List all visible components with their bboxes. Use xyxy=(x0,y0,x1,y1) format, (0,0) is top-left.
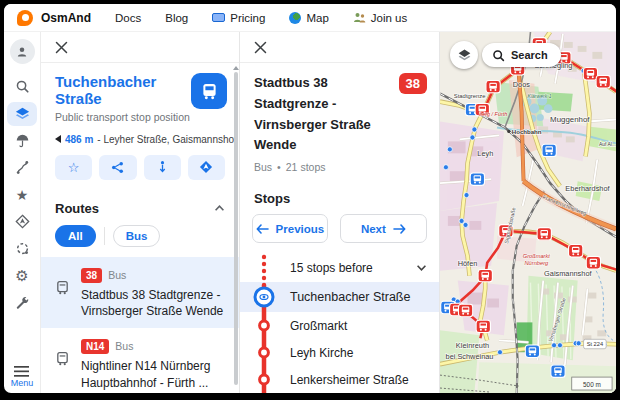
scrollbar[interactable] xyxy=(233,66,238,389)
routes-section-header[interactable]: Routes xyxy=(41,192,239,225)
map-label-grossmarkt-2: Nürnberg xyxy=(525,260,550,266)
direction-arrow-icon xyxy=(55,135,61,143)
scrollbar-thumb[interactable] xyxy=(234,72,238,385)
route-type: Bus xyxy=(115,340,133,352)
next-button[interactable]: Next xyxy=(340,214,427,243)
bus-stop-marker-red xyxy=(486,80,500,93)
stops-list: 15 stops before Tuchenbacher Straße Groß… xyxy=(240,254,439,393)
bus-stop-marker-red xyxy=(458,304,472,317)
globe-icon xyxy=(289,12,301,24)
route-type: Bus xyxy=(254,161,272,173)
stop-row[interactable]: Lenkersheimer Straße xyxy=(240,366,439,393)
search-icon xyxy=(492,49,505,62)
navigate-button[interactable] xyxy=(188,155,225,180)
bus-stop-marker-red xyxy=(586,256,600,269)
bus-stop-marker-blue xyxy=(525,345,539,358)
current-stop-row[interactable]: Tuchenbacher Straße xyxy=(240,282,439,312)
navigation-diamond-icon xyxy=(15,214,30,229)
stop-row[interactable]: Leyh Kirche xyxy=(240,339,439,366)
navigation-button[interactable] xyxy=(7,208,37,235)
layers-icon xyxy=(14,106,31,122)
map-label-gaismannshof: Gaismannshof xyxy=(544,269,592,278)
bus-icon xyxy=(200,82,219,101)
map-label-hochbahn: Hochbahn xyxy=(512,128,542,135)
wrench-icon xyxy=(15,295,30,310)
share-button[interactable] xyxy=(99,155,136,180)
filter-bus-chip[interactable]: Bus xyxy=(113,225,161,247)
route-title: Stadtbus 38 Stadtgrenze - Virnsberger St… xyxy=(254,73,399,156)
map-label-schweinau: bei Schweinau xyxy=(446,352,494,361)
map-canvas[interactable]: Stadtgrenze Doos Schniegling Muggenhof K… xyxy=(440,32,616,393)
distance-row: 486 m - Leyher Straße, Gaismannshof xyxy=(41,123,239,145)
stop-title-block: Tuchenbacher Straße Public transport sto… xyxy=(41,63,239,123)
stop-pager: Previous Next xyxy=(240,214,439,247)
route-item-38[interactable]: 38Bus Stadtbus 38 Stadtgrenze - Virnsber… xyxy=(41,257,239,329)
route-title-block: Stadtbus 38 Stadtgrenze - Virnsberger St… xyxy=(240,63,439,156)
favorite-button[interactable]: ☆ xyxy=(55,155,92,180)
bus-stop-marker-red xyxy=(583,68,597,81)
filter-all-chip[interactable]: All xyxy=(55,225,96,247)
map-label-klaerwerk: Klärwerk 1 xyxy=(528,93,552,99)
star-outline-icon: ☆ xyxy=(68,161,80,174)
hamburger-icon xyxy=(14,366,29,377)
bus-stop-marker-red xyxy=(478,269,492,282)
nav-map[interactable]: Map xyxy=(289,12,328,24)
icon-rail: ★ ⚙ xyxy=(4,32,41,393)
stop-panel: Tuchenbacher Straße Public transport sto… xyxy=(41,32,240,393)
search-icon xyxy=(15,79,30,94)
brand-name: OsmAnd xyxy=(41,11,91,25)
previous-button[interactable]: Previous xyxy=(252,214,328,243)
brand[interactable]: OsmAnd xyxy=(17,10,91,26)
star-icon: ★ xyxy=(16,188,29,202)
track-recorder-button[interactable] xyxy=(7,235,37,262)
bus-stop-marker-blue xyxy=(542,144,556,157)
bus-stop-marker-red xyxy=(596,75,610,88)
tools-button[interactable] xyxy=(7,289,37,316)
nav-blog[interactable]: Blog xyxy=(165,12,188,24)
map-search-button[interactable]: Search xyxy=(482,43,561,67)
map-label-muggenhof: Muggenhof xyxy=(550,115,590,124)
account-button[interactable] xyxy=(10,39,35,64)
bus-stop-marker-red xyxy=(476,320,490,333)
record-loop-icon xyxy=(15,241,30,256)
navigate-diamond-icon xyxy=(199,160,213,174)
chip-divider xyxy=(104,227,105,245)
close-icon[interactable] xyxy=(53,39,69,55)
favorites-button[interactable]: ★ xyxy=(7,181,37,208)
search-button[interactable] xyxy=(7,73,37,100)
bus-stop-marker-red xyxy=(537,228,551,241)
measure-button[interactable] xyxy=(144,155,181,180)
route-item-n14[interactable]: N14Bus Nightliner N14 Nürnberg Hauptbahn… xyxy=(41,328,239,393)
map-label-kleinreuth: Kleinreuth xyxy=(456,341,489,350)
map-label-st224: St 224 xyxy=(587,341,604,347)
settings-button[interactable]: ⚙ xyxy=(7,262,37,289)
stop-actions: ☆ xyxy=(41,145,239,192)
top-nav: OsmAnd Docs Blog Pricing Map Join us xyxy=(4,4,616,32)
close-icon[interactable] xyxy=(252,39,268,55)
route-badge: N14 xyxy=(81,339,109,354)
arrow-right-icon xyxy=(393,224,406,234)
weather-button[interactable] xyxy=(7,127,37,154)
chevron-up-icon xyxy=(214,204,225,212)
scale-label: 500 m xyxy=(583,381,601,388)
stops-section-header: Stops xyxy=(240,182,439,214)
stop-subtitle: Public transport stop position xyxy=(55,111,191,123)
bus-outline-icon xyxy=(55,265,73,321)
scroll-up-arrow[interactable] xyxy=(233,66,239,70)
stop-row[interactable]: Großmarkt xyxy=(240,312,439,339)
routes-button[interactable] xyxy=(7,154,37,181)
menu-button[interactable]: Menu xyxy=(11,366,34,393)
nav-pricing[interactable]: Pricing xyxy=(212,12,265,24)
nav-join-us[interactable]: Join us xyxy=(353,12,407,24)
bus-outline-icon xyxy=(55,336,73,392)
layers-button[interactable] xyxy=(7,102,37,126)
point-to-point-icon xyxy=(156,160,169,174)
pricing-card-icon xyxy=(212,13,225,22)
map-label-fuerth: berg / Fürth xyxy=(479,111,507,117)
nav-docs[interactable]: Docs xyxy=(115,12,141,24)
map-label-auf-al: Auf Al... xyxy=(599,142,616,147)
distance-context: - Leyher Straße, Gaismannshof xyxy=(97,134,237,145)
stops-before-row[interactable]: 15 stops before xyxy=(240,254,439,282)
map-layers-button[interactable] xyxy=(450,41,478,69)
osmand-logo-icon xyxy=(17,10,33,26)
